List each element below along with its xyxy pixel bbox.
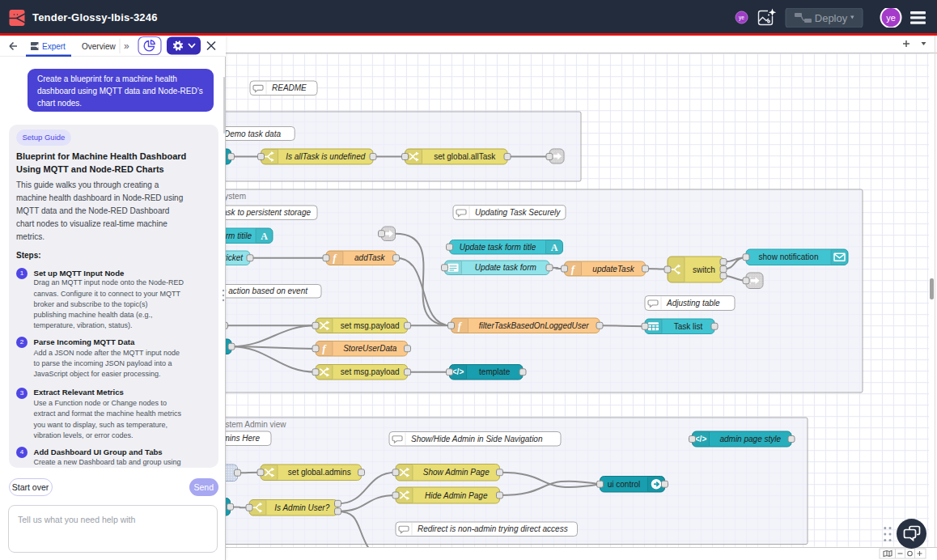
svg-text:Adjusting table: Adjusting table [666, 299, 720, 308]
svg-text:</>: </> [452, 367, 464, 376]
svg-text:Update task form: Update task form [475, 263, 536, 272]
svg-text:Show/Hide Admin in Side Naviga: Show/Hide Admin in Side Navigation [411, 435, 543, 443]
svg-text:</>: </> [695, 435, 707, 443]
svg-text:ui control: ui control [608, 480, 641, 489]
svg-text:README: README [272, 83, 307, 92]
svg-text:Show Admin Page: Show Admin Page [423, 468, 490, 477]
svg-text:filterTaskBasedOnLoggedUser: filterTaskBasedOnLoggedUser [479, 321, 589, 330]
svg-text:set msg.payload: set msg.payload [341, 367, 400, 376]
svg-text:set global.allTask: set global.allTask [434, 152, 496, 161]
svg-text:Overview: Overview [82, 42, 116, 51]
svg-text:template: template [479, 367, 511, 376]
svg-text:Is allTask is undefined: Is allTask is undefined [286, 152, 365, 161]
svg-text:StoreUserData: StoreUserData [343, 344, 397, 353]
svg-text:Deploy: Deploy [815, 12, 848, 24]
svg-text:set msg.payload: set msg.payload [341, 321, 400, 330]
svg-text:switch: switch [693, 265, 715, 274]
svg-text:Updating Task Securely: Updating Task Securely [475, 208, 561, 217]
svg-text:Redirect is non-admin trying d: Redirect is non-admin trying direct acce… [418, 524, 568, 533]
svg-text:show notification: show notification [759, 252, 819, 261]
svg-text:set global.admins: set global.admins [288, 468, 351, 477]
svg-text:»: » [124, 40, 129, 52]
svg-text:A: A [261, 231, 268, 242]
svg-text:addTask: addTask [354, 253, 385, 262]
svg-text:Update task form title: Update task form title [460, 243, 536, 252]
svg-text:updateTask: updateTask [592, 265, 634, 274]
svg-text:ye: ye [739, 15, 744, 21]
svg-text:Demo task data: Demo task data [224, 129, 281, 138]
svg-text:Is Admin User?: Is Admin User? [274, 503, 329, 512]
svg-text:ye: ye [886, 13, 896, 23]
svg-text:Task list: Task list [674, 322, 703, 331]
svg-text:Expert: Expert [42, 42, 66, 51]
svg-text:A: A [551, 242, 558, 253]
svg-text:Hide Admin Page: Hide Admin Page [425, 491, 488, 500]
svg-text:admin page style: admin page style [719, 435, 781, 443]
